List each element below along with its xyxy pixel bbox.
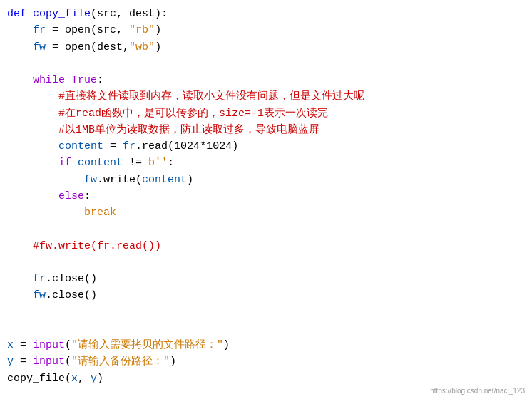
code-line-3: fw = open(dest,"wb"): [0, 39, 532, 56]
watermark: https://blog.csdn.net/nacl_123: [430, 387, 525, 395]
code-line-21: x = input("请输入需要拷贝的文件路径："): [0, 337, 532, 353]
code-line-10: if content != b'':: [0, 155, 532, 171]
code-line-20: [0, 321, 532, 337]
code-line-9: content = fr.read(1024*1024): [0, 138, 532, 155]
code-line-1: def copy_file(src, dest):: [0, 6, 532, 22]
code-line-16: [0, 254, 532, 271]
code-line-5: while True:: [0, 72, 532, 88]
keyword-def: def: [7, 8, 26, 20]
code-line-6: #直接将文件读取到内存，读取小文件没有问题，但是文件过大呢: [0, 88, 532, 105]
code-line-23: copy_file(x, y): [0, 370, 532, 387]
code-line-11: fw.write(content): [0, 172, 532, 188]
code-line-8: #以1MB单位为读取数据，防止读取过多，导致电脑蓝屏: [0, 122, 532, 138]
code-line-15: #fw.write(fr.read()): [0, 238, 532, 254]
code-line-19: [0, 304, 532, 321]
code-line-7: #在read函数中，是可以传参的，size=-1表示一次读完: [0, 105, 532, 122]
code-line-14: [0, 221, 532, 237]
code-line-2: fr = open(src, "rb"): [0, 22, 532, 38]
code-line-4: [0, 56, 532, 72]
code-line-17: fr.close(): [0, 271, 532, 287]
code-line-12: else:: [0, 188, 532, 204]
code-line-18: fw.close(): [0, 287, 532, 304]
function-name: copy_file: [33, 8, 91, 20]
code-line-13: break: [0, 204, 532, 221]
code-line-22: y = input("请输入备份路径："): [0, 353, 532, 370]
code-editor: def copy_file(src, dest): fr = open(src,…: [0, 0, 532, 399]
